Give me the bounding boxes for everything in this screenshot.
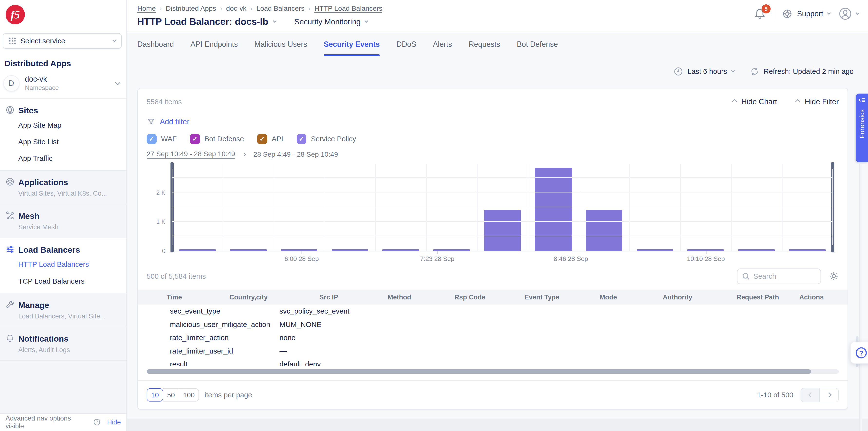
tab-alerts[interactable]: Alerts: [433, 40, 452, 56]
globe-icon: [6, 105, 14, 114]
filter-checkbox-row: ✓WAF✓Bot Defense✓API✓Service Policy: [138, 133, 848, 145]
column-header-rsp-code[interactable]: Rsp Code: [434, 294, 506, 301]
chart-bar[interactable]: [637, 249, 673, 251]
context-menu-security-monitoring[interactable]: Security Monitoring: [294, 17, 368, 26]
table-row[interactable]: resultdefault_deny: [138, 358, 848, 366]
service-selector[interactable]: Select service: [3, 33, 122, 49]
tab-api-endpoints[interactable]: API Endpoints: [190, 40, 238, 56]
sidebar-item-app-site-list[interactable]: App Site List: [18, 137, 121, 146]
column-header-mode[interactable]: Mode: [578, 294, 639, 301]
chart-bar[interactable]: [332, 249, 368, 251]
sidebar-section-notifications[interactable]: Notifications Alerts, Audit Logs: [0, 327, 126, 361]
app-root: f5 Select service Distributed Apps D doc…: [0, 0, 868, 431]
brush-handle-right[interactable]: [831, 162, 834, 253]
chart-bar[interactable]: [179, 249, 216, 251]
security-events-card: 5584 items Hide Chart Hide Filter Ad: [137, 88, 848, 409]
horizontal-scrollbar[interactable]: [147, 369, 839, 374]
bell-icon: [6, 334, 14, 343]
hide-chart-button[interactable]: Hide Chart: [733, 97, 777, 106]
tab-security-events[interactable]: Security Events: [324, 40, 380, 56]
namespace-selector[interactable]: D doc-vk Namespace: [0, 72, 126, 98]
column-header-request-path[interactable]: Request Path: [716, 294, 799, 301]
sidebar-item-app-site-map[interactable]: App Site Map: [18, 121, 121, 129]
chart-bar[interactable]: [789, 249, 826, 251]
table-row[interactable]: sec_event_typesvc_policy_sec_event: [138, 305, 848, 318]
tab-malicious-users[interactable]: Malicious Users: [254, 40, 307, 56]
sidebar-section-mesh[interactable]: Mesh Service Mesh: [0, 204, 126, 238]
breadcrumb-item[interactable]: doc-vk: [226, 4, 246, 12]
column-header-event-type[interactable]: Event Type: [506, 294, 578, 301]
sidebar-section-manage[interactable]: Manage Load Balancers, Virtual Site...: [0, 293, 126, 327]
breadcrumb-item[interactable]: Distributed Apps: [165, 4, 216, 12]
tab-bot-defense[interactable]: Bot Defense: [517, 40, 558, 56]
chart-bar-slot: [680, 164, 731, 251]
date-range-selected[interactable]: 27 Sep 10:49 - 28 Sep 10:49: [147, 150, 235, 159]
tab-ddos[interactable]: DDoS: [397, 40, 416, 56]
section-title-load-balancers[interactable]: Load Balancers: [18, 245, 80, 255]
chevron-right-icon: [826, 392, 832, 398]
add-filter-button[interactable]: Add filter: [160, 117, 189, 126]
table-row[interactable]: rate_limiter_user_id—: [138, 344, 848, 358]
sidebar-item-tcp-load-balancers[interactable]: TCP Load Balancers: [18, 277, 121, 285]
chart-bar-slot: [375, 164, 426, 251]
pagination-range: 1-10 of 500: [757, 391, 793, 399]
chart-bar[interactable]: [433, 249, 470, 251]
time-range-selector[interactable]: Last 6 hours: [674, 67, 734, 76]
chart-bar[interactable]: [586, 210, 622, 251]
horizontal-scrollbar-thumb[interactable]: [147, 369, 811, 374]
table-row[interactable]: rate_limiter_actionnone: [138, 331, 848, 344]
account-menu[interactable]: [838, 7, 859, 21]
table-row[interactable]: malicious_user_mitigate_actionMUM_NONE: [138, 318, 848, 331]
chart-bar[interactable]: [382, 249, 419, 251]
chevron-down-icon[interactable]: [273, 19, 277, 23]
forensics-side-tab[interactable]: Forensics: [856, 94, 868, 162]
column-header-actions[interactable]: Actions: [799, 294, 831, 301]
refresh-button[interactable]: Refresh: Updated 2 min ago: [750, 67, 854, 76]
table-search[interactable]: [737, 269, 821, 284]
column-header-method[interactable]: Method: [365, 294, 434, 301]
page-size-button-100[interactable]: 100: [179, 388, 199, 402]
events-bar-chart: 01 K2 K: [147, 164, 839, 251]
sidebar-section-applications[interactable]: Applications Virtual Sites, Virtual K8s,…: [0, 170, 126, 204]
section-title-sites[interactable]: Sites: [18, 105, 38, 116]
chart-gridline-v: [375, 164, 376, 251]
chart-bar[interactable]: [687, 249, 724, 251]
breadcrumb-item[interactable]: HTTP Load Balancers: [314, 4, 382, 12]
filter-checkbox-service-policy[interactable]: ✓Service Policy: [297, 134, 356, 144]
checkbox-checked-icon: ✓: [257, 134, 267, 144]
breadcrumb-item[interactable]: Home: [137, 4, 156, 12]
filter-checkbox-waf[interactable]: ✓WAF: [147, 134, 177, 144]
column-header-country-city[interactable]: Country,city: [204, 294, 293, 301]
support-menu[interactable]: Support: [782, 8, 830, 19]
search-input[interactable]: [753, 272, 816, 280]
column-header-authority[interactable]: Authority: [639, 294, 716, 301]
help-button[interactable]: ?: [850, 342, 868, 364]
hide-advanced-nav-link[interactable]: Hide: [107, 418, 121, 426]
table-settings-button[interactable]: [829, 271, 839, 281]
chart-bar[interactable]: [738, 249, 775, 251]
filter-checkbox-api[interactable]: ✓API: [257, 134, 283, 144]
notifications-bell-button[interactable]: 5: [754, 8, 766, 20]
chart-x-tick: [302, 251, 302, 254]
tab-dashboard[interactable]: Dashboard: [137, 40, 174, 56]
hide-filter-button[interactable]: Hide Filter: [796, 97, 839, 106]
chart-bar[interactable]: [281, 249, 317, 251]
page-size-button-50[interactable]: 50: [163, 388, 179, 402]
tab-requests[interactable]: Requests: [469, 40, 500, 56]
chart-bar[interactable]: [484, 210, 521, 251]
sidebar-item-app-traffic[interactable]: App Traffic: [18, 154, 121, 162]
column-header-time[interactable]: Time: [138, 294, 204, 301]
sidebar-item-http-load-balancers[interactable]: HTTP Load Balancers: [18, 260, 121, 269]
filter-checkbox-bot-defense[interactable]: ✓Bot Defense: [190, 134, 244, 144]
info-circle-icon[interactable]: ?: [93, 419, 101, 426]
column-header-src-ip[interactable]: Src IP: [293, 294, 365, 301]
chart-bar[interactable]: [230, 249, 267, 251]
breadcrumb-item[interactable]: Load Balancers: [256, 4, 304, 12]
page-size-button-10[interactable]: 10: [147, 388, 163, 402]
previous-page-button[interactable]: [801, 388, 820, 402]
vertical-scrollbar-track[interactable]: [859, 164, 862, 431]
brush-handle-left[interactable]: [170, 162, 174, 253]
chart-bar[interactable]: [535, 167, 571, 251]
next-page-button[interactable]: [819, 388, 839, 402]
f5-logo[interactable]: f5: [6, 5, 25, 24]
